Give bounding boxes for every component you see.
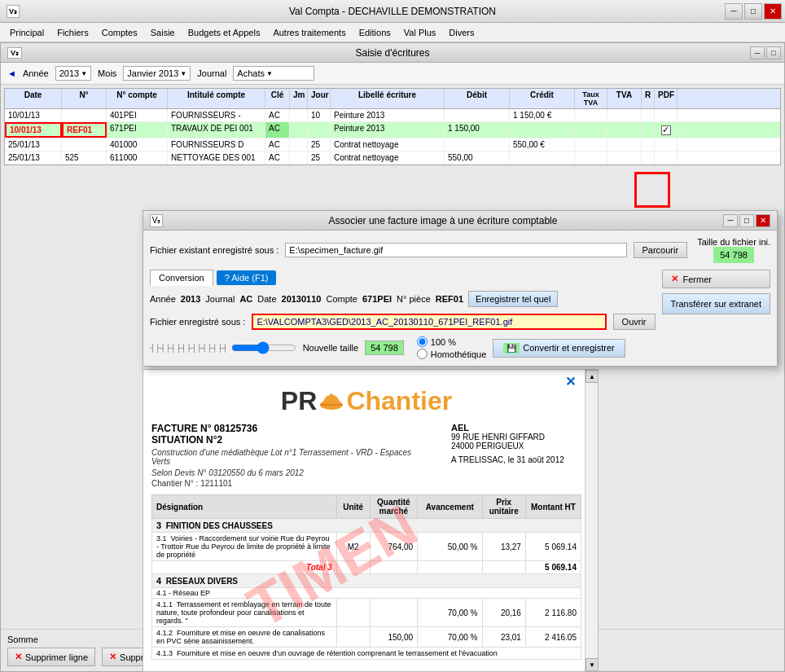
maximize-button[interactable]: □ (744, 3, 762, 20)
row1-libelle: Peinture 2013 (331, 109, 445, 121)
menu-editions[interactable]: Editions (353, 26, 397, 39)
mois-dropdown[interactable]: Janvier 2013 ▼ (123, 66, 191, 81)
th-prix: Prix unitaire (482, 495, 525, 519)
fermer-button[interactable]: ✕ Fermer (662, 270, 770, 288)
radio-homothetique[interactable] (417, 349, 428, 359)
row4-intitule: NETTOYAGE DES 001 (168, 152, 265, 164)
close-button[interactable]: ✕ (764, 3, 782, 20)
row2-debit: 1 150,00 (445, 122, 510, 138)
file-path-input[interactable] (285, 243, 626, 257)
invoice-row-411: 4.1.1 Terrassement et remblayage en terr… (152, 599, 581, 627)
row1-date: 10/01/13 (5, 109, 62, 121)
journal-dropdown[interactable]: Achats ▼ (233, 66, 314, 81)
row2-jour (308, 122, 331, 138)
row2-taux (575, 122, 607, 138)
modal-content: Fichier existant enregistré sous : Parco… (143, 231, 777, 366)
row4-pdf (655, 152, 678, 164)
transferer-button[interactable]: Transférer sur extranet (662, 293, 770, 314)
modal-maximize[interactable]: □ (739, 214, 754, 227)
modal-left: Conversion ? Aide (F1) Année 2013 Journa… (150, 270, 656, 359)
help-button[interactable]: ? Aide (F1) (217, 270, 277, 285)
main-table: Date N° N° compte Intitulé compte Clé Jm… (4, 88, 781, 165)
col-jour: Jour (308, 89, 331, 108)
row4-credit (510, 152, 575, 164)
row3-r (642, 138, 655, 151)
sub-maximize[interactable]: □ (766, 46, 781, 59)
menu-valplus[interactable]: Val Plus (397, 26, 443, 39)
menu-divers[interactable]: Divers (442, 26, 480, 39)
col-num: N° (62, 89, 107, 108)
invoice-row-413: 4.1.3 Fourniture et mise en oeuvre d'un … (152, 648, 581, 660)
menu-fichiers[interactable]: Fichiers (50, 26, 95, 39)
row4-compte: 611000 (107, 152, 168, 164)
journal-label: Journal (197, 68, 226, 78)
tab-conversion[interactable]: Conversion (150, 270, 213, 286)
row2-credit (510, 122, 575, 138)
menu-budgets[interactable]: Budgets et Appels (182, 26, 267, 39)
right-panel: ✕ Fermer Transférer sur extranet (662, 270, 770, 359)
row4-date: 25/01/13 (5, 152, 62, 164)
title-bar: V₃ Val Compta - DECHAVILLE DEMONSTRATION… (0, 0, 785, 23)
info-annee-label: Année (150, 294, 176, 304)
sub-minimize[interactable]: ─ (750, 46, 765, 59)
app-title: Val Compta - DECHAVILLE DEMONSTRATION (289, 6, 496, 17)
enregistrer-button[interactable]: Enregistrer tel quel (468, 291, 558, 307)
info-date-label: Date (257, 294, 276, 304)
browse-button[interactable]: Parcourir (634, 242, 688, 258)
row3-intitule: FOURNISSEURS D (168, 138, 265, 151)
col-tva: TVA (607, 89, 642, 108)
toolbar-icon[interactable]: ◄ (7, 68, 16, 78)
menu-comptes[interactable]: Comptes (95, 26, 144, 39)
scroll-down-button[interactable]: ▼ (585, 658, 599, 671)
menu-bar: Principal Fichiers Comptes Saisie Budget… (0, 23, 785, 42)
convertir-button[interactable]: 💾 Convertir et enregistrer (493, 339, 625, 358)
row1-jm (290, 109, 308, 121)
col-debit: Débit (445, 89, 510, 108)
row4-cle: AC (265, 152, 290, 164)
logo-chantier: Chantier (346, 386, 452, 415)
col-credit: Crédit (510, 89, 575, 108)
table-row-selected[interactable]: 10/01/13 REF01 671PEI TRAVAUX DE PEI 001… (5, 122, 780, 138)
delete-icon: ✕ (15, 652, 22, 662)
row1-tva (607, 109, 642, 121)
modal-minimize[interactable]: ─ (723, 214, 738, 227)
th-avancement: Avancement (418, 495, 482, 519)
table-row[interactable]: 10/01/13 401PEI FOURNISSEURS - AC 10 Pei… (5, 109, 780, 122)
th-montant: Montant HT (525, 495, 581, 519)
row1-jour: 10 (308, 109, 331, 121)
ouvrir-button[interactable]: Ouvrir (613, 314, 656, 330)
modal-close[interactable]: ✕ (756, 214, 770, 227)
row4-libelle: Contrat nettoyage (331, 152, 445, 164)
nouvelle-taille-value: 54 798 (365, 340, 404, 355)
convertir-icon: 💾 (503, 343, 520, 354)
menu-principal[interactable]: Principal (3, 26, 50, 39)
row3-num (62, 138, 107, 151)
row3-taux (575, 138, 607, 151)
info-compte-label: Compte (326, 294, 357, 304)
col-date: Date (5, 89, 62, 108)
radio-100[interactable] (417, 336, 428, 347)
scroll-up-button[interactable]: ▲ (585, 370, 599, 383)
svg-point-1 (330, 393, 333, 397)
minimize-button[interactable]: ─ (725, 3, 743, 20)
row2-r (642, 122, 655, 138)
delete-line-button[interactable]: ✕ Supprimer ligne (7, 648, 95, 666)
title-controls: ─ □ ✕ (725, 3, 782, 20)
close-doc-button[interactable]: ✕ (562, 373, 578, 389)
row2-compte: 671PEI (107, 122, 168, 138)
radio-homothetique-row: Homothétique (417, 349, 487, 359)
table-row[interactable]: 25/01/13 525 611000 NETTOYAGE DES 001 AC… (5, 152, 780, 165)
info-date-value: 20130110 (282, 294, 322, 304)
size-slider[interactable] (231, 341, 296, 354)
annee-dropdown[interactable]: 2013 ▼ (55, 66, 91, 81)
info-row: Année 2013 Journal AC Date 20130110 Comp… (150, 291, 656, 307)
menu-saisie[interactable]: Saisie (144, 26, 182, 39)
menu-autres[interactable]: Autres traitements (266, 26, 352, 39)
scrollbar[interactable]: ▲ ▼ (585, 370, 598, 671)
invoice-row-section3: 3 FINITION DES CHAUSSEES (152, 519, 581, 533)
fichier-input[interactable] (252, 314, 606, 330)
row3-credit: 550,00 € (510, 138, 575, 151)
invoice-title: FACTURE N° 08125736 (151, 423, 427, 434)
row4-debit: 550,00 (445, 152, 510, 164)
table-row[interactable]: 25/01/13 401000 FOURNISSEURS D AC 25 Con… (5, 138, 780, 152)
